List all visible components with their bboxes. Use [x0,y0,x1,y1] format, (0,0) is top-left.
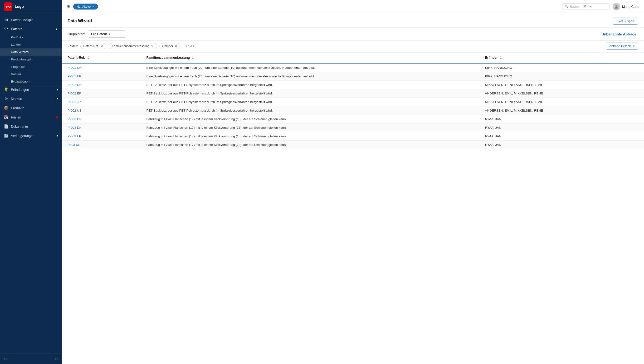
sidebar-item-lander[interactable]: Länder [0,41,62,48]
fields-left: Felder: Patent-Ref. ✕ Familienzusammenfa… [68,43,198,49]
nur-aktive-button[interactable]: Nur Aktive ✓ [73,4,98,10]
sidebar-item-patente[interactable]: 🛡 Patente ▲ [0,25,62,34]
cell-patent-ref[interactable]: P-003 CN [62,115,141,124]
cell-patent-ref[interactable]: P-003 EP [62,132,141,141]
field-tag-patent-ref: Patent-Ref. ✕ [80,43,106,49]
group-select-value: Pro Patent [91,32,107,36]
svg-point-2 [616,5,617,7]
user-avatar [612,3,620,11]
table-row[interactable]: P-002 CNPET-Bauklotz, der aus PET-Polyes… [62,81,644,89]
th-patent-ref[interactable]: Patent-Ref. ▲▼ [62,53,141,63]
excel-export-button[interactable]: Excel-Export [612,18,638,25]
th-erfinder[interactable]: Erfinder ▲▼ [479,53,644,63]
content-area: Data Wizard Excel-Export Gruppieren: Pro… [62,13,644,364]
felder-label: Felder: [68,44,78,48]
chevron-down-icon-field: ▾ [193,44,194,48]
sidebar-item-portfolio[interactable]: Portfolio [0,34,62,41]
verlangerungen-label: Verlängerungen [11,134,54,138]
chevron-down-icon-verl: ▾ [56,134,58,138]
sort-icon-fam: ▲▼ [192,56,194,60]
cell-inventor: MIKKELSEN, RENE; ANDERSEN, EMIL [479,81,644,89]
field-add-dropdown[interactable]: Feld ▾ [183,43,198,49]
user-area[interactable]: Marie Curie [612,3,639,11]
marken-label: Marken [11,97,54,101]
cell-family-summary: Eine Spielzeugfigur mit einem Fach (20),… [141,72,480,81]
patente-label: Patente [11,27,53,31]
unbenannte-label: Unbenannte Abfrage [602,32,636,36]
field-tag-familienzusammenfassung: Familienzusammenfassung ✕ [109,43,157,49]
cell-family-summary: PET-Bauklotz, der aus PET-Polyesterharz … [141,106,480,115]
abfrage-befehle-button[interactable]: Abfrage-Befehle ▾ [606,43,638,50]
sidebar-item-kosten[interactable]: Kosten [0,70,62,78]
home-icon: ⊞ [4,18,8,22]
cell-patent-ref[interactable]: P-002 US [62,106,141,115]
table-row[interactable]: P-002 JPPET-Bauklotz, der aus PET-Polyes… [62,98,644,106]
th-familienzusammenfassung[interactable]: Familienzusammenfassung ▲▼ [141,53,480,63]
felder-row: Felder: Patent-Ref. ✕ Familienzusammenfa… [62,41,644,53]
sidebar-item-erfindungen[interactable]: 💡 Erfindungen ▾ [0,86,62,94]
main-area: ⚙ Nur Aktive ✓ 🔍 Suche... ⌘ K Marie Curi… [62,0,644,364]
sidebar-item-data-wizard[interactable]: Data Wizard [0,48,62,56]
cell-inventor: MIKKELSEN, RENE; ANDERSEN, EMIL [479,98,644,106]
cell-inventor: RYAA, JAN [479,132,644,141]
chevron-up-icon: ▲ [55,27,58,31]
chevron-down-icon: ▾ [56,88,58,91]
calendar-icon: 📅 [4,115,8,119]
sidebar-item-marken[interactable]: ® Marken ▾ [0,94,62,103]
table-row[interactable]: P-003 CNFahrzeug mit zwei Flanschen (17)… [62,115,644,124]
search-bar[interactable]: 🔍 Suche... ⌘ K [562,3,610,10]
query-right: Abfrage-Befehle ▾ [606,43,638,50]
remove-erfinder-button[interactable]: ✕ [174,45,178,48]
cell-family-summary: Fahrzeug mit zwei Flanschen (17) mit je … [141,132,480,141]
sidebar-item-prognose[interactable]: Prognose [0,63,62,70]
cell-patent-ref[interactable]: P003 US [62,141,141,149]
patent-cockpit-label: Patent Cockpit [11,18,58,22]
produkte-label: Produkte [11,106,58,110]
document-icon: 📄 [4,124,8,129]
refresh-icon: 🔄 [4,134,8,138]
group-select[interactable]: Pro Patent ▾ [88,31,126,38]
table-body: P-001 CNEine Spielzeugfigur mit einem Fa… [62,63,644,149]
table-row[interactable]: P-002 EPPET-Bauklotz, der aus PET-Polyes… [62,89,644,98]
sidebar-item-fristen[interactable]: 📅 Fristen [0,113,62,122]
cell-patent-ref[interactable]: P-001 CN [62,63,141,72]
table-row[interactable]: P-001 EPEine Spielzeugfigur mit einem Fa… [62,72,644,81]
filter-icon[interactable]: ⚙ [66,4,70,9]
app-name: Lego [15,5,24,9]
remove-familienzusammenfassung-button[interactable]: ✕ [151,45,154,48]
cell-family-summary: Fahrzeug mit zwei Flanschen (17) mit je … [141,115,480,124]
sidebar-item-verlangerungen[interactable]: 🔄 Verlängerungen ▾ [0,131,62,140]
table-row[interactable]: P003 USFahrzeug mit zwei Flanschen (17) … [62,141,644,149]
cell-patent-ref[interactable]: P-001 EP [62,72,141,81]
sidebar-item-dokumente[interactable]: 📄 Dokumente [0,122,62,131]
content-title: Data Wizard [68,19,92,24]
layout-icon[interactable]: ⊡ [55,357,58,361]
sidebar: LEGO Lego ⊞ Patent Cockpit 🛡 Patente ▲ P… [0,0,62,364]
remove-patent-ref-button[interactable]: ✕ [100,45,103,48]
table-row[interactable]: P-002 USPET-Bauklotz, der aus PET-Polyes… [62,106,644,115]
cell-inventor: KIRK, HANSJORG [479,63,644,72]
cell-patent-ref[interactable]: P-002 JP [62,98,141,106]
field-tag-label: Patent-Ref. [84,44,99,48]
table-row[interactable]: P-003 EPFahrzeug mit zwei Flanschen (17)… [62,132,644,141]
svg-text:LEGO: LEGO [5,6,12,9]
field-tag-label-fam: Familienzusammenfassung [112,44,149,48]
sort-icon-erf: ▲▼ [500,56,502,60]
sidebar-item-evaluationen[interactable]: Evaluationen [0,78,62,85]
bulb-icon: 💡 [4,87,8,92]
table-row[interactable]: P-001 CNEine Spielzeugfigur mit einem Fa… [62,63,644,72]
version-label: 4.3.1 [4,357,10,360]
sidebar-item-patent-cockpit[interactable]: ⊞ Patent Cockpit [0,15,62,25]
table-row[interactable]: P-003 DKFahrzeug mit zwei Flanschen (17)… [62,124,644,132]
fristen-label: Fristen [11,115,53,119]
sidebar-item-produkte[interactable]: 📦 Produkte [0,103,62,113]
search-kbd-k: K [588,5,592,8]
cell-inventor: KIRK, HANSJORG [479,72,644,81]
lego-logo: LEGO [4,3,12,11]
cell-patent-ref[interactable]: P-002 EP [62,89,141,98]
cell-patent-ref[interactable]: P-002 CN [62,81,141,89]
cell-patent-ref[interactable]: P-003 DK [62,124,141,132]
content-header: Data Wizard Excel-Export [62,13,644,28]
sidebar-item-produktmapping[interactable]: Produktmapping [0,56,62,63]
sidebar-nav: ⊞ Patent Cockpit 🛡 Patente ▲ Portfolio L… [0,13,62,353]
